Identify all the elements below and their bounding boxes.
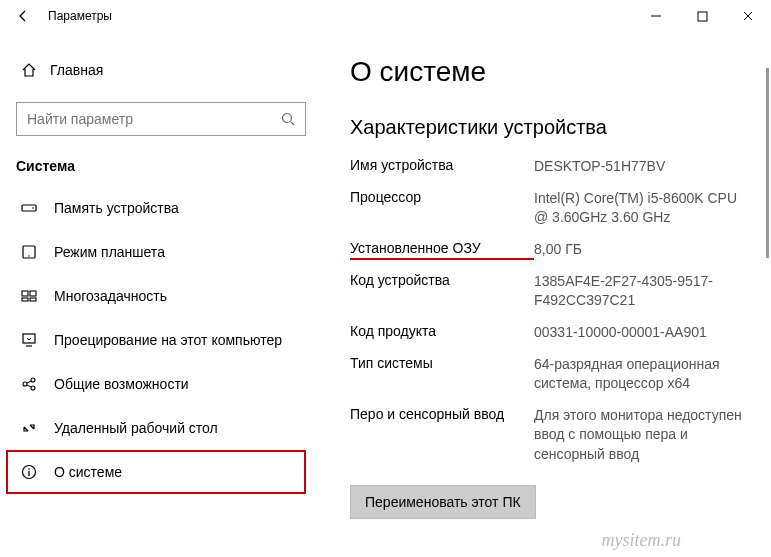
svg-point-17: [28, 468, 30, 470]
spec-label: Тип системы: [350, 355, 534, 371]
svg-rect-4: [22, 205, 36, 211]
project-icon: [16, 332, 42, 348]
sidebar: Главная Система Память устройства Режим …: [0, 32, 322, 557]
svg-line-3: [291, 122, 294, 125]
spec-value: DESKTOP-51H77BV: [534, 157, 747, 177]
spec-value: 8,00 ГБ: [534, 240, 747, 260]
svg-rect-11: [30, 298, 36, 301]
content-pane: О системе Характеристики устройства Имя …: [322, 32, 771, 557]
spec-ram: Установленное ОЗУ 8,00 ГБ: [350, 240, 747, 260]
spec-label: Имя устройства: [350, 157, 534, 173]
svg-point-15: [31, 386, 35, 390]
section-heading: Характеристики устройства: [350, 116, 747, 139]
svg-rect-1: [698, 12, 707, 21]
arrow-left-icon: [16, 9, 30, 23]
sidebar-item-tablet[interactable]: Режим планшета: [16, 230, 306, 274]
sidebar-item-shared[interactable]: Общие возможности: [16, 362, 306, 406]
svg-point-5: [32, 207, 34, 209]
svg-rect-9: [30, 291, 36, 296]
search-input[interactable]: [27, 111, 281, 127]
search-icon: [281, 112, 295, 126]
spec-value: 1385AF4E-2F27-4305-9517-F492CC397C21: [534, 272, 747, 311]
spec-value: Для этого монитора недоступен ввод с пом…: [534, 406, 747, 465]
home-label: Главная: [50, 62, 103, 78]
back-button[interactable]: [12, 9, 34, 23]
maximize-icon: [697, 11, 708, 22]
sidebar-item-label: Удаленный рабочий стол: [54, 420, 218, 436]
svg-point-2: [283, 114, 292, 123]
spec-system-type: Тип системы 64-разрядная операционная си…: [350, 355, 747, 394]
storage-icon: [16, 200, 42, 216]
svg-rect-8: [22, 291, 28, 296]
spec-label: Процессор: [350, 189, 534, 205]
close-icon: [742, 10, 754, 22]
sidebar-item-label: Проецирование на этот компьютер: [54, 332, 282, 348]
spec-value: Intel(R) Core(TM) i5-8600K CPU @ 3.60GHz…: [534, 189, 747, 228]
maximize-button[interactable]: [679, 0, 725, 32]
spec-label: Установленное ОЗУ: [350, 240, 534, 260]
tablet-icon: [16, 244, 42, 260]
home-icon: [16, 62, 42, 78]
spec-label: Код устройства: [350, 272, 534, 288]
close-button[interactable]: [725, 0, 771, 32]
spec-device-id: Код устройства 1385AF4E-2F27-4305-9517-F…: [350, 272, 747, 311]
spec-value: 64-разрядная операционная система, проце…: [534, 355, 747, 394]
svg-rect-10: [22, 298, 28, 301]
sidebar-item-projecting[interactable]: Проецирование на этот компьютер: [16, 318, 306, 362]
multitask-icon: [16, 288, 42, 304]
sidebar-item-remote[interactable]: Удаленный рабочий стол: [16, 406, 306, 450]
sidebar-item-label: Общие возможности: [54, 376, 189, 392]
sidebar-item-about[interactable]: О системе: [6, 450, 306, 494]
svg-point-13: [23, 382, 27, 386]
watermark: mysitem.ru: [602, 530, 682, 551]
rename-pc-button[interactable]: Переименовать этот ПК: [350, 485, 536, 519]
search-box[interactable]: [16, 102, 306, 136]
spec-product-id: Код продукта 00331-10000-00001-AA901: [350, 323, 747, 343]
titlebar: Параметры: [0, 0, 771, 32]
remote-icon: [16, 420, 42, 436]
home-link[interactable]: Главная: [16, 52, 306, 88]
sidebar-item-label: О системе: [54, 464, 122, 480]
window-title: Параметры: [48, 9, 112, 23]
spec-device-name: Имя устройства DESKTOP-51H77BV: [350, 157, 747, 177]
svg-rect-12: [23, 334, 35, 343]
spec-label: Код продукта: [350, 323, 534, 339]
shared-icon: [16, 376, 42, 392]
page-title: О системе: [350, 56, 747, 88]
sidebar-item-label: Режим планшета: [54, 244, 165, 260]
minimize-button[interactable]: [633, 0, 679, 32]
group-heading: Система: [16, 158, 306, 174]
spec-cpu: Процессор Intel(R) Core(TM) i5-8600K CPU…: [350, 189, 747, 228]
sidebar-item-multitask[interactable]: Многозадачность: [16, 274, 306, 318]
spec-label: Перо и сенсорный ввод: [350, 406, 534, 422]
spec-pen: Перо и сенсорный ввод Для этого монитора…: [350, 406, 747, 465]
spec-value: 00331-10000-00001-AA901: [534, 323, 747, 343]
sidebar-item-storage[interactable]: Память устройства: [16, 186, 306, 230]
sidebar-item-label: Память устройства: [54, 200, 179, 216]
sidebar-item-label: Многозадачность: [54, 288, 167, 304]
scrollbar[interactable]: [766, 68, 769, 258]
svg-point-14: [31, 378, 35, 382]
info-icon: [16, 464, 42, 480]
svg-point-7: [28, 255, 29, 256]
minimize-icon: [650, 10, 662, 22]
